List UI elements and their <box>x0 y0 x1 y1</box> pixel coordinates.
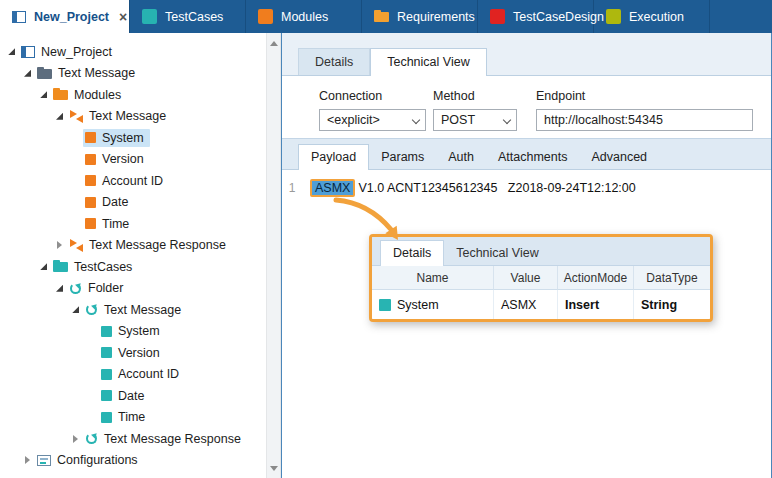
tree-item-text-message-testcase[interactable]: Text Message <box>0 299 266 321</box>
tab-label: New_Project <box>34 10 109 24</box>
tree-item-label: Text Message <box>89 109 166 123</box>
detail-panel: Details Technical View Connection Method… <box>281 33 772 478</box>
tree-item-configurations[interactable]: Configurations <box>0 450 266 472</box>
indent-spacer <box>68 173 83 188</box>
cell-value: ASMX <box>494 290 558 319</box>
tab-label: TestCaseDesign <box>513 10 604 24</box>
table-row[interactable]: System ASMX Insert String <box>372 290 710 319</box>
tree-item-label: Account ID <box>118 367 179 381</box>
scroll-down-icon[interactable] <box>267 460 280 476</box>
tree-item-time[interactable]: Time <box>0 213 266 235</box>
close-icon[interactable]: × <box>117 10 129 24</box>
teal-square-icon <box>101 347 112 358</box>
tree-item-version-testcase[interactable]: Version <box>0 342 266 364</box>
payload-token-asmx[interactable]: ASMX <box>310 179 355 197</box>
expander-icon[interactable] <box>52 109 67 124</box>
expander-icon[interactable] <box>36 259 51 274</box>
method-select[interactable]: POST <box>433 109 517 131</box>
detail-tab-strip: Details Technical View <box>282 33 771 75</box>
tab-requirements[interactable]: Requirements <box>362 0 478 33</box>
teal-refresh-icon <box>85 303 98 316</box>
tree-item-label: System <box>118 324 160 338</box>
configurations-icon <box>37 455 51 466</box>
indent-spacer <box>68 195 83 210</box>
orange-square-icon <box>258 9 273 24</box>
tab-execution[interactable]: Execution <box>594 0 710 33</box>
expander-icon[interactable] <box>68 431 83 446</box>
tab-testcases[interactable]: TestCases <box>130 0 246 33</box>
tree-item-account-id-testcase[interactable]: Account ID <box>0 364 266 386</box>
tab-details[interactable]: Details <box>298 48 370 75</box>
tree-item-folder[interactable]: Folder <box>0 278 266 300</box>
endpoint-input[interactable]: http://localhost:54345 <box>536 109 753 131</box>
tab-modules[interactable]: Modules <box>246 0 362 33</box>
tree-item-text-message-response-testcase[interactable]: Text Message Response <box>0 428 266 450</box>
tab-payload[interactable]: Payload <box>298 144 369 170</box>
teal-refresh-icon <box>69 282 82 295</box>
tab-attachments[interactable]: Attachments <box>486 145 579 169</box>
tree-item-time-testcase[interactable]: Time <box>0 407 266 429</box>
tree-item-label: TestCases <box>74 260 132 274</box>
popup-tab-technical-view[interactable]: Technical View <box>444 241 550 265</box>
tree-item-label: Time <box>102 217 129 231</box>
indent-spacer <box>84 324 99 339</box>
tree-item-text-message-response[interactable]: Text Message Response <box>0 235 266 257</box>
expander-icon[interactable] <box>68 302 83 317</box>
tree-item-label: Date <box>102 195 128 209</box>
scroll-up-icon[interactable] <box>267 35 280 51</box>
tab-label: Requirements <box>397 10 475 24</box>
expander-icon[interactable] <box>52 238 67 253</box>
tree-item-label: Version <box>102 152 144 166</box>
connection-value: <explicit> <box>327 113 380 127</box>
tab-testcasedesign[interactable]: TestCaseDesign <box>478 0 594 33</box>
teal-refresh-icon <box>85 432 98 445</box>
tab-new-project[interactable]: New_Project × <box>0 0 130 33</box>
tree-item-text-message-module[interactable]: Text Message <box>0 106 266 128</box>
annotation-arrow-icon <box>328 196 412 244</box>
tree-item-date[interactable]: Date <box>0 192 266 214</box>
teal-square-icon <box>101 369 112 380</box>
tree-item-date-testcase[interactable]: Date <box>0 385 266 407</box>
expander-icon[interactable] <box>36 87 51 102</box>
connection-select[interactable]: <explicit> <box>319 109 426 131</box>
expander-icon[interactable] <box>52 281 67 296</box>
tab-params[interactable]: Params <box>369 145 436 169</box>
tree-scrollbar[interactable] <box>266 33 281 478</box>
method-label: Method <box>433 89 475 103</box>
expander-icon[interactable] <box>20 453 35 468</box>
tab-technical-view[interactable]: Technical View <box>370 48 486 76</box>
expander-icon[interactable] <box>20 66 35 81</box>
teal-square-icon <box>101 390 112 401</box>
connection-label: Connection <box>319 89 382 103</box>
tab-label: TestCases <box>165 10 223 24</box>
tree-item-system[interactable]: System <box>0 127 266 149</box>
orange-folder-icon <box>53 88 68 101</box>
orange-module-icon <box>69 110 83 123</box>
orange-square-icon <box>85 218 96 229</box>
tree-item-modules[interactable]: Modules <box>0 84 266 106</box>
indent-spacer <box>84 367 99 382</box>
tree-item-testcases[interactable]: TestCases <box>0 256 266 278</box>
indent-spacer <box>84 388 99 403</box>
tree-item-label: Date <box>118 389 144 403</box>
orange-square-icon <box>85 154 96 165</box>
teal-square-icon <box>142 9 157 24</box>
payload-line: 1 ASMX V1.0 ACNT12345612345 Z2018-09-24T… <box>282 170 771 197</box>
tree-item-version[interactable]: Version <box>0 149 266 171</box>
tab-auth[interactable]: Auth <box>436 145 486 169</box>
red-square-icon <box>490 9 505 24</box>
method-value: POST <box>441 113 475 127</box>
tab-advanced[interactable]: Advanced <box>579 145 659 169</box>
annotation-popup: Details Technical View Name Value Action… <box>369 234 713 322</box>
orange-folder-icon <box>374 10 389 23</box>
teal-square-icon <box>101 326 112 337</box>
endpoint-value: http://localhost:54345 <box>544 113 663 127</box>
tab-label: Modules <box>281 10 328 24</box>
tree-item-new-project[interactable]: New_Project <box>0 41 266 63</box>
payload-editor[interactable]: 1 ASMX V1.0 ACNT12345612345 Z2018-09-24T… <box>282 170 771 478</box>
expander-icon[interactable] <box>4 44 19 59</box>
tree-item-account-id[interactable]: Account ID <box>0 170 266 192</box>
tree-item-system-testcase[interactable]: System <box>0 321 266 343</box>
tree-item-text-message[interactable]: Text Message <box>0 63 266 85</box>
endpoint-label: Endpoint <box>536 89 585 103</box>
